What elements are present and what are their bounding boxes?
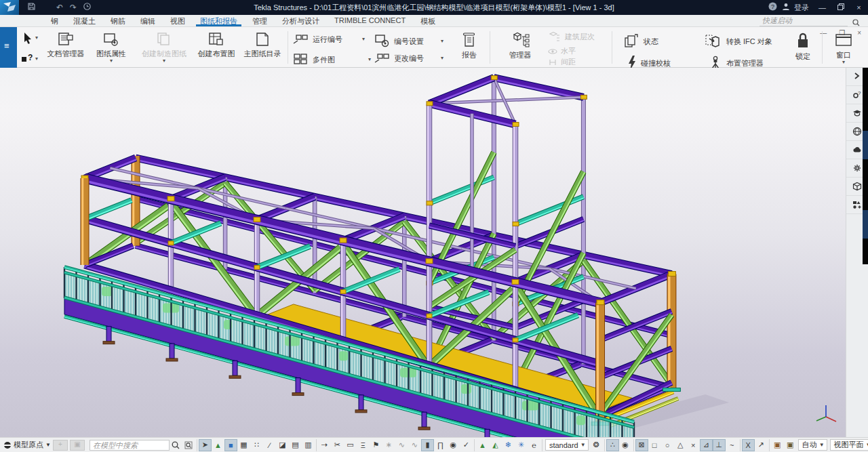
view-icon[interactable]: ◉ xyxy=(447,439,460,451)
weld3-icon[interactable]: ∿ xyxy=(408,439,421,451)
ribbon-number-button[interactable]: 更改编号▾ xyxy=(374,53,443,64)
model-viewport[interactable] xyxy=(0,68,846,437)
selection-filter-dropdown[interactable]: standard▼ xyxy=(545,439,589,451)
minimize-button[interactable]: — xyxy=(813,3,831,12)
select-points-icon[interactable]: ∷ xyxy=(250,439,263,451)
ribbon-multi-button[interactable]: 多件图▾ xyxy=(293,53,371,66)
snap-blue1-icon[interactable]: ❄ xyxy=(502,439,515,451)
docked-panel-tab[interactable] xyxy=(863,131,868,159)
select-lines-icon[interactable]: ∕ xyxy=(263,439,276,451)
snap-any-icon[interactable]: ~ xyxy=(726,439,738,451)
save-icon[interactable] xyxy=(24,3,38,12)
snap-free-icon[interactable]: X xyxy=(742,439,755,451)
rect-icon[interactable]: ▭ xyxy=(344,439,357,451)
history-icon[interactable] xyxy=(80,3,94,12)
snap-blue2-icon[interactable]: ✳ xyxy=(515,439,528,451)
help-icon[interactable]: ? xyxy=(766,2,779,13)
zfold-icon[interactable]: Ξ xyxy=(357,439,370,451)
weld1-icon[interactable]: ∗ xyxy=(382,439,395,451)
snap-eye-icon[interactable]: ◉ xyxy=(619,439,632,451)
search-window-icon[interactable] xyxy=(182,439,195,451)
select-components-icon[interactable]: ■ xyxy=(224,439,237,451)
select-tool[interactable] xyxy=(22,32,33,47)
model-search-input[interactable]: 在模型中搜索 xyxy=(90,440,170,451)
snap-circle-icon[interactable]: ○ xyxy=(661,439,674,451)
select-cursor-icon[interactable]: ➤ xyxy=(199,439,212,451)
ribbon-lock-button[interactable]: 锁定 xyxy=(789,31,816,62)
flag-icon[interactable]: ⚑ xyxy=(370,439,382,451)
menu-tab-钢[interactable]: 钢 xyxy=(43,15,66,26)
ribbon-minimize-icon[interactable]: — xyxy=(820,29,827,37)
search-icon[interactable] xyxy=(170,439,182,451)
ribbon-numset-button[interactable]: 编号设置▾ xyxy=(374,34,443,49)
ribbon-ifc-button[interactable]: 转换 IFC 对象 xyxy=(704,33,772,50)
snap-mid-icon[interactable]: △ xyxy=(674,439,687,451)
ribbon-mcat-button[interactable]: 主图纸目录 xyxy=(240,31,285,59)
close-button[interactable]: × xyxy=(850,3,868,12)
undo-icon[interactable]: ↶ xyxy=(53,3,66,12)
ribbon-win-button[interactable]: 窗口▾ xyxy=(829,31,859,64)
lasso-icon[interactable]: ℮ xyxy=(528,439,540,451)
ribbon-report-button[interactable]: 报告 xyxy=(456,31,483,60)
check-icon[interactable]: ✓ xyxy=(460,439,473,451)
login-button[interactable]: 登录 xyxy=(794,3,809,13)
tekla-logo[interactable] xyxy=(0,0,19,15)
menu-tab-分析与设计[interactable]: 分析与设计 xyxy=(275,15,327,26)
snap-settings-icon[interactable]: ❂ xyxy=(590,439,603,451)
snap-auto-dropdown[interactable]: 自动▼ xyxy=(798,439,827,451)
snap-line-icon[interactable]: ⊥ xyxy=(713,439,726,451)
user-icon[interactable] xyxy=(779,3,793,13)
cut-icon[interactable]: ✂ xyxy=(331,439,344,451)
ribbon-fabdwg-button[interactable]: 创建制造图纸▾ xyxy=(136,31,193,63)
ribbon-docmgr-button[interactable]: 文档管理器 xyxy=(41,31,91,59)
select-tool-caret[interactable]: ▾ xyxy=(35,35,38,41)
menu-tab-管理[interactable]: 管理 xyxy=(245,15,275,26)
docked-panel-tab[interactable] xyxy=(863,210,868,239)
ribbon-bhier-button[interactable]: 建筑层次 xyxy=(547,31,595,42)
snap-int-icon[interactable]: × xyxy=(687,439,700,451)
menu-tab-钢筋[interactable]: 钢筋 xyxy=(103,15,133,26)
quick-launch-input[interactable]: 快速启动 xyxy=(760,16,848,26)
plane-chip2-icon[interactable]: ▣ xyxy=(784,439,797,451)
bolt-icon[interactable]: ▮ xyxy=(421,439,434,451)
tree-green2-icon[interactable]: ◭ xyxy=(489,439,502,451)
select-grid-icon[interactable]: ▤ xyxy=(289,439,302,451)
ribbon-organizer-button[interactable]: 管理器 xyxy=(502,31,538,60)
ribbon-status-button[interactable]: 状态 xyxy=(623,33,658,50)
ribbon-docprop-button[interactable]: 图纸属性▾ xyxy=(92,31,130,63)
menu-tab-编辑[interactable]: 编辑 xyxy=(133,15,163,26)
svg-text:?: ? xyxy=(770,3,774,10)
menu-tab-模板[interactable]: 模板 xyxy=(413,15,443,26)
plane-chip1-icon[interactable]: ▣ xyxy=(771,439,784,451)
drag-icon[interactable]: ⇢ xyxy=(318,439,331,451)
rebar-icon[interactable]: ∏ xyxy=(434,439,447,451)
ribbon-spacing-button[interactable]: 间距 xyxy=(548,57,576,67)
snap-center-icon[interactable]: □ xyxy=(648,439,661,451)
origin-selector[interactable]: 模型原点▼ xyxy=(3,440,51,450)
maximize-button[interactable] xyxy=(831,3,850,12)
menu-tab-视图[interactable]: 视图 xyxy=(163,15,193,26)
window-title: Tekla Structures - D:\01工程资料\01滨州临港化工园\钢… xyxy=(0,3,868,13)
snap-ref-icon[interactable]: ∴ xyxy=(606,439,619,451)
tree-green-icon[interactable]: ▲ xyxy=(476,439,489,451)
menu-tab-图纸和报告[interactable]: 图纸和报告 xyxy=(193,15,245,26)
menu-tab-TRIMBLE CONNECT[interactable]: TRIMBLE CONNECT xyxy=(327,15,413,26)
inquiry-tool-caret[interactable]: ▾ xyxy=(35,56,38,62)
ribbon-number-button[interactable]: 运行编号▾ xyxy=(293,34,365,45)
inquiry-tool[interactable]: ? xyxy=(21,53,33,66)
menu-hamburger[interactable]: ≡ xyxy=(0,27,17,68)
ribbon-gadwg-button[interactable]: 创建布置图 xyxy=(194,31,239,59)
select-assemblies-icon[interactable]: ▦ xyxy=(237,439,250,451)
direct-mod-icon[interactable]: ▲ xyxy=(212,439,224,451)
snap-arrow-icon[interactable]: ↗ xyxy=(755,439,768,451)
redo-icon[interactable]: ↷ xyxy=(66,3,80,12)
svg-text:?: ? xyxy=(858,90,861,96)
weld2-icon[interactable]: ∿ xyxy=(395,439,408,451)
menu-tab-混凝土[interactable]: 混凝土 xyxy=(66,15,103,26)
select-grid2-icon[interactable]: ▥ xyxy=(302,439,315,451)
ribbon-level-button[interactable]: 水平 xyxy=(548,46,576,56)
snap-perp-icon[interactable]: ⊿ xyxy=(700,439,713,451)
snap-viewplane-dropdown[interactable]: 视图平面▼ xyxy=(830,439,868,451)
select-parts-icon[interactable]: ◪ xyxy=(276,439,289,451)
snap-end-icon[interactable]: ⊠ xyxy=(635,439,648,451)
